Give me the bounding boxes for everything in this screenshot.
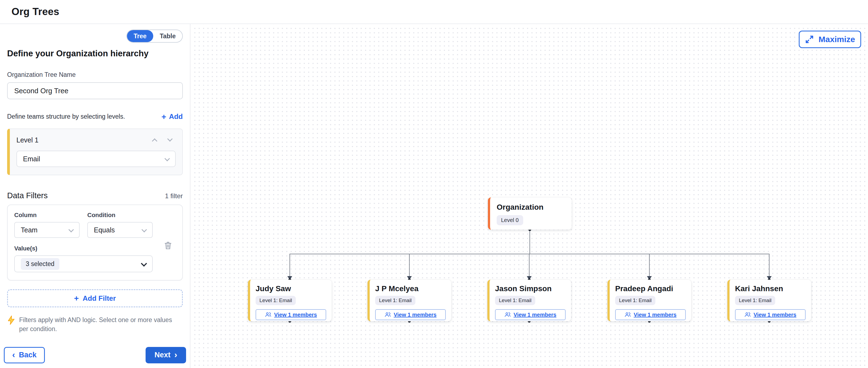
- node-level-badge: Level 1: Email: [256, 296, 296, 305]
- node-title: Judy Saw: [256, 285, 326, 293]
- connector-line: [649, 254, 650, 277]
- next-button[interactable]: Next ›: [146, 347, 186, 363]
- condition-field: Condition Equals: [87, 212, 153, 238]
- toggle-table[interactable]: Table: [153, 30, 182, 42]
- view-members-label: View 1 members: [274, 312, 317, 318]
- add-level-button[interactable]: + Add: [161, 112, 183, 121]
- filters-count: 1 filter: [165, 192, 183, 200]
- levels-hint-row: Define teams structure by selecting leve…: [7, 112, 183, 121]
- connector-line: [290, 254, 770, 254]
- view-toggle-row: Tree Table: [7, 30, 183, 43]
- condition-value: Equals: [94, 226, 115, 234]
- org-node[interactable]: Pradeep Angadi Level 1: Email View 1 mem…: [608, 280, 691, 321]
- values-label: Value(s): [14, 245, 153, 252]
- view-members-button[interactable]: View 1 members: [615, 309, 686, 320]
- level-column-value: Email: [23, 155, 40, 163]
- condition-select[interactable]: Equals: [87, 222, 153, 238]
- people-icon: [744, 312, 751, 317]
- config-panel: Tree Table Define your Organization hier…: [0, 24, 190, 368]
- org-node[interactable]: Kari Jahnsen Level 1: Email View 1 membe…: [727, 280, 811, 321]
- view-toggle: Tree Table: [126, 30, 183, 43]
- chevron-left-icon: ‹: [12, 350, 15, 359]
- plus-icon: +: [161, 113, 166, 121]
- levels-hint: Define teams structure by selecting leve…: [7, 113, 125, 120]
- org-chart-canvas: Maximize Organization Level 0: [191, 25, 868, 368]
- tree-name-input[interactable]: [7, 82, 183, 99]
- panel-heading: Define your Organization hierarchy: [7, 49, 183, 59]
- filter-card: Column Team Condition Equals: [7, 204, 183, 280]
- add-filter-button[interactable]: + Add Filter: [7, 289, 183, 307]
- view-members-button[interactable]: View 1 members: [495, 309, 566, 320]
- node-title: Pradeep Angadi: [615, 285, 686, 293]
- connector-line: [289, 254, 290, 277]
- filters-header: Data Filters 1 filter: [7, 191, 183, 200]
- people-icon: [624, 312, 631, 317]
- connector-line: [529, 230, 530, 254]
- node-title: Kari Jahnsen: [735, 285, 806, 293]
- page-title: Org Trees: [11, 6, 59, 18]
- back-button[interactable]: ‹ Back: [4, 347, 45, 363]
- maximize-button[interactable]: Maximize: [799, 31, 861, 48]
- filters-title: Data Filters: [7, 191, 48, 200]
- add-filter-label: Add Filter: [83, 294, 116, 303]
- node-level-badge: Level 0: [497, 215, 523, 225]
- view-members-button[interactable]: View 1 members: [735, 309, 806, 320]
- org-node[interactable]: Judy Saw Level 1: Email View 1 members: [248, 280, 332, 321]
- node-title: J P Mcelyea: [375, 285, 446, 293]
- org-node[interactable]: J P Mcelyea Level 1: Email View 1 member…: [368, 280, 451, 321]
- view-members-label: View 1 members: [754, 312, 796, 318]
- view-members-label: View 1 members: [634, 312, 677, 318]
- people-icon: [384, 312, 391, 317]
- view-members-label: View 1 members: [394, 312, 436, 318]
- org-node[interactable]: Jason Simpson Level 1: Email View 1 memb…: [487, 280, 571, 321]
- maximize-label: Maximize: [818, 35, 855, 44]
- values-field: Value(s) 3 selected: [14, 245, 153, 272]
- level-column-select[interactable]: Email: [17, 150, 176, 167]
- connector-line: [769, 254, 770, 277]
- filter-grid: Column Team Condition Equals: [14, 212, 176, 238]
- column-value: Team: [21, 226, 37, 234]
- chevron-down-icon: [164, 156, 170, 161]
- connector-line: [409, 254, 410, 277]
- org-trees-app: Org Trees Tree Table Define your Organiz…: [0, 0, 868, 368]
- filters-note: Filters apply with AND logic. Select one…: [7, 315, 183, 334]
- view-members-button[interactable]: View 1 members: [375, 309, 446, 320]
- chevron-down-icon: [68, 227, 74, 232]
- toggle-tree[interactable]: Tree: [127, 30, 153, 42]
- node-level-badge: Level 1: Email: [615, 296, 655, 305]
- level-card-header: Level 1: [17, 136, 176, 144]
- level-reorder: [153, 137, 176, 143]
- column-label: Column: [14, 212, 80, 219]
- view-members-button[interactable]: View 1 members: [256, 309, 326, 320]
- people-icon: [504, 312, 511, 317]
- app-header: Org Trees: [0, 0, 868, 24]
- chevron-right-icon: ›: [174, 350, 177, 359]
- filters-note-text: Filters apply with AND logic. Select one…: [19, 315, 173, 334]
- level-title: Level 1: [17, 136, 39, 144]
- expand-icon: [805, 35, 814, 44]
- next-label: Next: [154, 351, 170, 359]
- tree-name-label: Organization Tree Name: [7, 71, 183, 78]
- people-icon: [265, 312, 272, 317]
- condition-label: Condition: [87, 212, 153, 219]
- level-card: Level 1 Email: [7, 129, 183, 175]
- node-level-badge: Level 1: Email: [495, 296, 535, 305]
- values-multiselect[interactable]: 3 selected: [14, 255, 153, 272]
- panel-footer: ‹ Back Next ›: [4, 347, 186, 363]
- back-label: Back: [19, 351, 37, 359]
- column-select[interactable]: Team: [14, 222, 80, 238]
- node-level-badge: Level 1: Email: [375, 296, 415, 305]
- chevron-down-icon[interactable]: [167, 136, 173, 142]
- chevron-down-icon: [142, 227, 147, 232]
- node-title: Organization: [497, 203, 565, 212]
- plus-icon: +: [74, 294, 79, 302]
- trash-icon[interactable]: [164, 241, 173, 250]
- connector-line: [529, 254, 529, 277]
- node-level-badge: Level 1: Email: [735, 296, 775, 305]
- chevron-up-icon[interactable]: [152, 138, 157, 144]
- node-title: Jason Simpson: [495, 285, 566, 293]
- column-field: Column Team: [14, 212, 80, 238]
- add-level-label: Add: [169, 112, 183, 121]
- org-node-root[interactable]: Organization Level 0: [488, 197, 571, 230]
- lightning-icon: [7, 315, 15, 325]
